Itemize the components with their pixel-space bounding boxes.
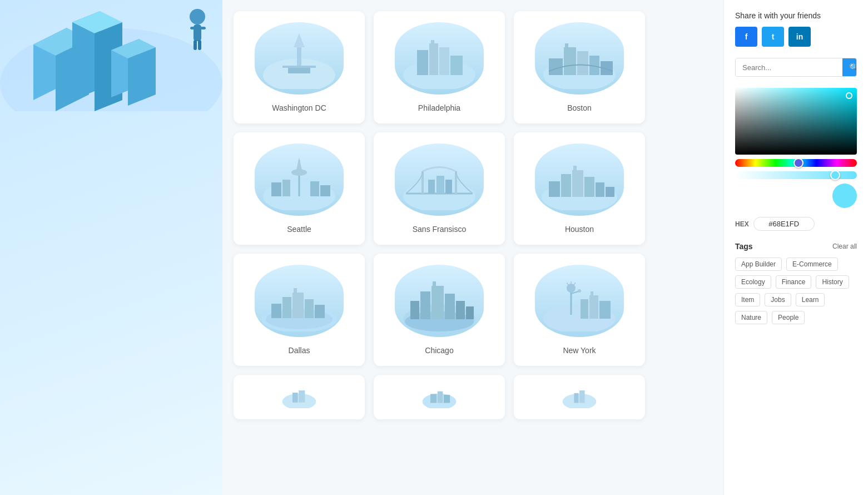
color-preview-circle [832,184,857,208]
svg-rect-48 [445,180,452,194]
tags-title: Tags [735,242,753,251]
svg-rect-70 [445,294,455,319]
svg-rect-41 [320,185,330,196]
svg-rect-52 [572,170,583,197]
svg-rect-72 [466,306,474,319]
tag-item[interactable]: E-Commerce [786,258,838,271]
city-card-partial-2[interactable] [374,375,505,419]
svg-rect-87 [292,393,298,403]
share-buttons: f t in [735,27,857,47]
city-card-seattle[interactable]: Seattle [234,132,365,245]
svg-point-81 [578,289,581,293]
tag-item[interactable]: Ecology [735,275,771,289]
tag-item[interactable]: Item [735,293,760,306]
svg-line-78 [574,283,576,285]
city-card-partial-1[interactable] [234,375,365,419]
tag-item[interactable]: Learn [796,293,825,306]
city-card-washington[interactable]: Washington DC [234,11,365,123]
svg-rect-14 [194,40,197,50]
svg-rect-61 [292,293,304,318]
city-name-boston: Boston [567,103,592,112]
tag-item[interactable]: People [772,311,805,324]
svg-rect-25 [450,56,463,75]
search-box: 🔍 [735,58,857,77]
facebook-share-button[interactable]: f [735,27,757,47]
city-name-seattle: Seattle [287,225,311,234]
svg-rect-95 [579,390,585,403]
city-card-philadelphia[interactable]: Philadelphia [374,11,505,123]
hero-panel [0,0,222,495]
hex-input[interactable] [753,217,815,231]
washington-icon [260,28,338,89]
tags-header: Tags Clear all [735,242,857,251]
svg-rect-50 [549,181,560,197]
sanfrancisco-icon [400,149,478,210]
city-grid: Washington DC Philadelphia [234,11,645,366]
svg-rect-62 [305,299,314,318]
philadelphia-icon [400,28,478,89]
svg-rect-63 [315,305,325,318]
hex-row: HEX [735,217,857,231]
city-card-chicago[interactable]: Chicago [374,254,505,366]
svg-rect-13 [200,27,206,29]
hue-thumb [793,158,803,168]
city-card-houston[interactable]: Houston [514,132,645,245]
tags-grid: App BuilderE-CommerceEcologyFinanceHisto… [735,258,857,324]
search-input[interactable] [736,58,842,76]
svg-rect-85 [591,291,593,296]
svg-rect-39 [282,180,290,196]
svg-rect-24 [439,47,449,75]
search-button[interactable]: 🔍 [842,58,857,76]
seattle-icon [260,149,338,210]
city-image-boston [535,22,624,95]
tag-item[interactable]: Nature [735,311,767,324]
city-grid-bottom [234,375,645,419]
city-card-partial-3[interactable] [514,375,645,419]
newyork-icon [540,270,618,331]
svg-rect-64 [294,288,297,294]
svg-rect-71 [456,301,465,319]
color-preview-row [735,184,857,208]
svg-rect-60 [282,297,291,318]
dallas-icon [260,270,338,331]
search-section: 🔍 [735,58,857,77]
tag-item[interactable]: App Builder [735,258,782,271]
svg-rect-90 [430,394,437,403]
color-spectrum[interactable] [735,88,857,155]
clear-all-button[interactable]: Clear all [832,242,857,250]
city-name-washington: Washington DC [272,103,326,112]
tags-section: Tags Clear all App BuilderE-CommerceEcol… [735,242,857,324]
linkedin-share-button[interactable]: in [788,27,811,47]
svg-marker-37 [296,157,302,172]
tag-item[interactable]: History [816,275,849,289]
color-picker-section: HEX [735,88,857,231]
svg-marker-18 [294,33,305,47]
main-content: Washington DC Philadelphia [222,0,723,495]
opacity-slider[interactable] [735,171,857,179]
facebook-icon: f [745,32,748,41]
search-icon: 🔍 [849,63,857,72]
partial-icon-1 [277,386,321,408]
right-sidebar: Share it with your friends f t in 🔍 [723,0,868,495]
svg-rect-12 [190,27,196,29]
svg-rect-73 [433,281,436,287]
city-card-dallas[interactable]: Dallas [234,254,365,366]
city-name-sanfrancisco: Sans Fransisco [413,225,466,234]
svg-rect-46 [428,180,435,194]
svg-rect-26 [431,40,434,44]
city-image-dallas [255,265,344,337]
city-card-newyork[interactable]: New York [514,254,645,366]
svg-rect-91 [438,392,443,403]
twitter-share-button[interactable]: t [762,27,784,47]
partial-icon-2 [417,386,462,408]
svg-rect-69 [431,286,444,319]
tag-item[interactable]: Jobs [765,293,791,306]
twitter-icon: t [772,32,775,41]
city-card-boston[interactable]: Boston [514,11,645,123]
svg-line-79 [567,283,568,285]
svg-rect-59 [271,304,281,318]
hue-slider[interactable] [735,159,857,167]
city-card-sanfrancisco[interactable]: Sans Fransisco [374,132,505,245]
svg-rect-68 [420,291,430,319]
tag-item[interactable]: Finance [776,275,812,289]
